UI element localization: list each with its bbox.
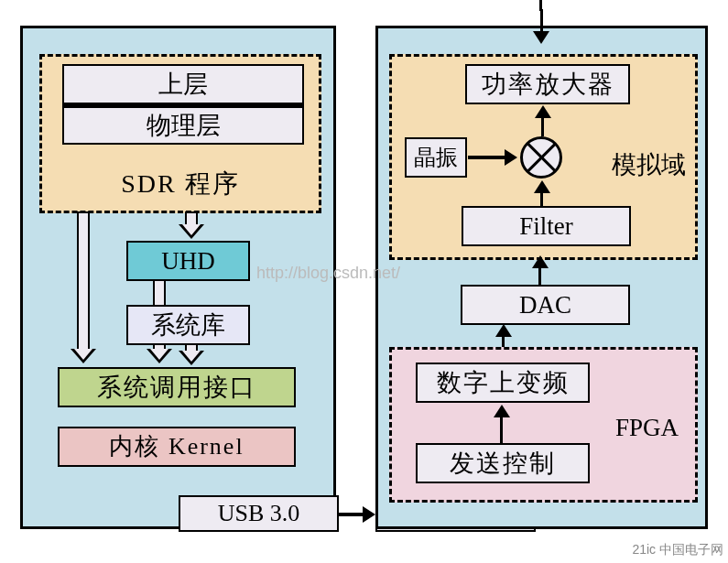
phys-layer-box: 物理层	[62, 104, 304, 145]
fpga-label: FPGA	[615, 414, 679, 442]
fpga-box: 数字上变频 发送控制 FPGA	[389, 347, 698, 503]
device-panel: 功率放大器 晶振 Filter 模拟域 DAC 数字上变频 发送控制 FPGA	[375, 26, 708, 529]
mixer-icon	[520, 136, 562, 179]
uhd-box: UHD	[126, 241, 250, 281]
arrow-up-icon	[500, 416, 503, 443]
power-amp-box: 功率放大器	[465, 64, 630, 104]
dac-box: DAC	[461, 285, 630, 325]
crystal-box: 晶振	[405, 137, 467, 178]
analog-label: 模拟域	[612, 148, 686, 181]
usb-left-box: USB 3.0	[179, 495, 339, 532]
arrow-down-icon	[181, 343, 201, 365]
sdr-label: SDR 程序	[42, 167, 319, 201]
sdr-architecture-diagram: 上层 物理层 SDR 程序 UHD 系统库 系统调用接口 内核 Kernel U…	[0, 0, 728, 563]
arrow-down-icon	[540, 9, 543, 33]
logo-text: 21ic 中国电子网	[632, 542, 723, 558]
syscall-box: 系统调用接口	[58, 367, 296, 407]
arrow-right-icon	[339, 513, 363, 516]
upper-layer-box: 上层	[62, 64, 304, 104]
arrow-right-icon	[468, 156, 505, 159]
syslib-box: 系统库	[126, 305, 250, 345]
txctrl-box: 发送控制	[416, 443, 590, 483]
duc-box: 数字上变频	[416, 363, 590, 403]
antenna-line	[539, 0, 542, 11]
analog-domain-box: 功率放大器 晶振 Filter 模拟域	[389, 54, 698, 260]
arrow-up-icon	[540, 191, 543, 208]
watermark-text: http://blog.csdn.net/	[256, 264, 400, 283]
arrow-down-icon	[73, 211, 93, 363]
arrow-up-icon	[538, 266, 541, 285]
arrow-up-icon	[541, 116, 544, 136]
filter-box: Filter	[462, 206, 631, 246]
arrow-down-icon	[181, 211, 201, 239]
sdr-program-box: 上层 物理层 SDR 程序	[39, 54, 321, 213]
kernel-box: 内核 Kernel	[58, 427, 296, 467]
